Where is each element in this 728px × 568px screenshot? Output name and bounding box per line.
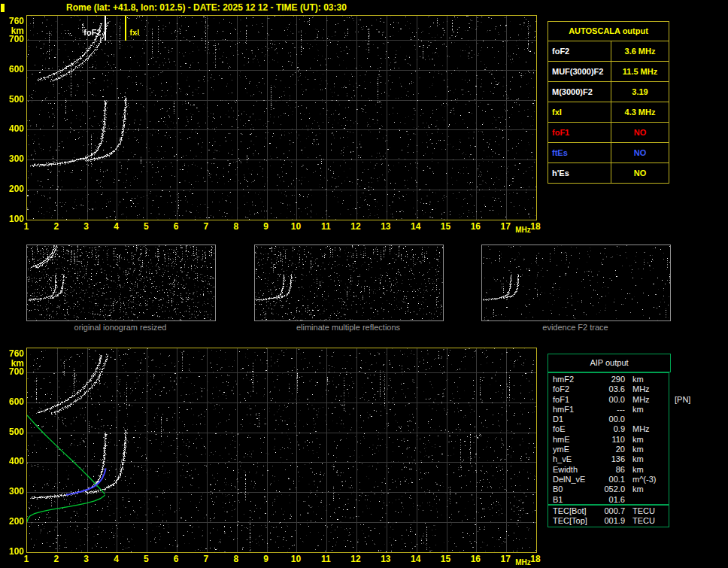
profile-x-tick-label: 2 [48, 554, 65, 564]
panel-evidence-f2-trace [481, 245, 671, 321]
aip-param-value: 000.7 [598, 506, 625, 516]
autoscala-param-label: foF2 [548, 41, 611, 61]
aip-param-unit: km [625, 484, 644, 494]
autoscala-row-ftEs: ftEsNO [548, 142, 669, 163]
aip-param-label: D1 [548, 415, 598, 424]
main-x-tick-label: 5 [138, 221, 154, 232]
main-x-tick-label: 2 [48, 221, 65, 232]
aip-param-unit: km [625, 405, 644, 415]
aip-row-B0: B0052.0km [548, 484, 669, 494]
profile-mhz-unit-label: MHz [515, 558, 531, 566]
profile-x-tick-label: 13 [378, 554, 394, 564]
profile-x-tick-label: 15 [438, 554, 454, 564]
autoscala-row-fxI: fxI4.3 MHz [548, 102, 669, 123]
aip-param-label: TEC[Top] [548, 516, 598, 526]
aip-table-header: AIP output [548, 354, 671, 372]
aip-row-DelN_vE: DelN_vE00.1m^(-3) [548, 475, 669, 484]
aip-param-unit [625, 415, 632, 424]
main-km-unit-label: km [5, 26, 24, 36]
fxI-marker-label: fxI [129, 28, 139, 37]
aip-param-value: 290 [598, 375, 625, 384]
aip-param-label: TEC[Bot] [548, 506, 598, 516]
autoscala-table-rows: foF23.6 MHzMUF(3000)F211.5 MHzM(3000)F23… [548, 41, 669, 184]
aip-param-unit: km [625, 454, 644, 464]
profile-ionogram-panel [26, 348, 537, 553]
aip-param-value: 20 [598, 445, 625, 454]
aip-param-unit: km [625, 445, 644, 454]
evidence-f2-trace-canvas [482, 245, 670, 320]
aip-param-label: hmF2 [548, 375, 598, 384]
autoscala-param-value: NO [611, 163, 669, 183]
main-x-tick-label: 14 [408, 221, 424, 232]
main-x-tick-label: 8 [228, 221, 244, 232]
profile-y-tick-label: 600 [5, 396, 24, 407]
autoscala-table: AUTOSCALA output foF23.6 MHzMUF(3000)F21… [548, 21, 669, 184]
profile-x-tick-label: 12 [347, 554, 364, 564]
main-ionogram-canvas [27, 16, 536, 220]
station-header: Rome (lat: +41.8, lon: 012.5) - DATE: 20… [66, 2, 347, 13]
profile-x-tick-label: 4 [108, 554, 124, 564]
aip-param-value: 00.0 [598, 415, 625, 424]
aip-param-value: 86 [598, 465, 625, 475]
aip-param-unit: TECU [625, 506, 655, 516]
aip-row-TEC[Bot]: TEC[Bot]000.7TECU [548, 506, 669, 516]
profile-y-tick-label: 300 [5, 486, 24, 497]
profile-ionogram-canvas [27, 348, 536, 552]
screen-artifact [1, 4, 5, 12]
aip-param-value: 00.1 [598, 475, 625, 484]
aip-param-unit: TECU [625, 516, 655, 526]
profile-y-tick-label: 500 [5, 427, 24, 437]
autoscala-param-value: 4.3 MHz [611, 102, 669, 122]
main-x-tick-label: 7 [198, 221, 214, 232]
aip-param-value: 110 [598, 435, 625, 445]
profile-x-tick-label: 6 [168, 554, 184, 564]
main-x-tick-label: 6 [168, 221, 184, 232]
main-y-tick-label: 200 [5, 184, 24, 194]
profile-x-tick-label: 10 [287, 554, 304, 564]
profile-y-tick-label: 400 [5, 456, 24, 466]
profile-x-tick-label: 5 [138, 554, 154, 564]
foF2-marker-label: foF2 [74, 28, 102, 37]
profile-x-tick-label: 17 [497, 554, 514, 564]
main-x-tick-label: 17 [497, 221, 514, 232]
aip-param-value: 00.0 [598, 395, 625, 405]
aip-param-value: 0.9 [598, 424, 625, 434]
main-x-tick-label: 9 [258, 221, 275, 232]
aip-param-unit: m^(-3) [625, 475, 656, 484]
aip-param-unit: km [625, 375, 644, 384]
profile-y-tick-label: 200 [5, 516, 24, 527]
main-x-tick-label: 1 [18, 221, 35, 232]
aip-param-label: hmE [548, 435, 598, 445]
main-x-tick-label: 11 [317, 221, 334, 232]
aip-row-B1: B101.6 [548, 495, 669, 505]
aip-row-TEC[Top]: TEC[Top]001.9TECU [548, 516, 669, 526]
main-x-tick-label: 3 [78, 221, 95, 232]
profile-km-unit-label: km [5, 358, 24, 369]
autoscala-param-value: 3.19 [611, 82, 669, 102]
aip-param-label: B1 [548, 495, 598, 505]
autoscala-param-label: foF1 [548, 123, 611, 142]
aip-row-D1: D100.0 [548, 415, 669, 424]
main-x-tick-label: 16 [467, 221, 484, 232]
autoscala-param-value: 11.5 MHz [611, 62, 669, 81]
autoscala-param-value: NO [611, 143, 669, 163]
aip-row-Ewidth: Ewidth86km [548, 465, 669, 475]
main-x-tick-label: 10 [287, 221, 304, 232]
profile-x-tick-label: 16 [467, 554, 484, 564]
main-y-tick-label: 760 [5, 16, 24, 26]
aip-param-unit: MHz [625, 395, 650, 405]
autoscala-param-label: M(3000)F2 [548, 82, 611, 102]
main-mhz-unit-label: MHz [515, 226, 531, 234]
aip-row-ymE: ymE20km [548, 445, 669, 454]
aip-param-unit: km [625, 465, 644, 475]
aip-row-hmE: hmE110km [548, 435, 669, 445]
original-ionogram-canvas [27, 245, 215, 320]
autoscala-param-label: fxI [548, 102, 611, 122]
caption-evidence-f2-trace: evidence F2 trace [481, 323, 670, 332]
autoscala-param-label: h'Es [548, 163, 611, 183]
autoscala-param-label: ftEs [548, 143, 611, 163]
autoscala-screen: Rome (lat: +41.8, lon: 012.5) - DATE: 20… [0, 0, 728, 568]
aip-row-h_vE: h_vE136km [548, 454, 669, 464]
aip-param-value: 136 [598, 454, 625, 464]
panel-eliminate-reflections [254, 245, 444, 321]
